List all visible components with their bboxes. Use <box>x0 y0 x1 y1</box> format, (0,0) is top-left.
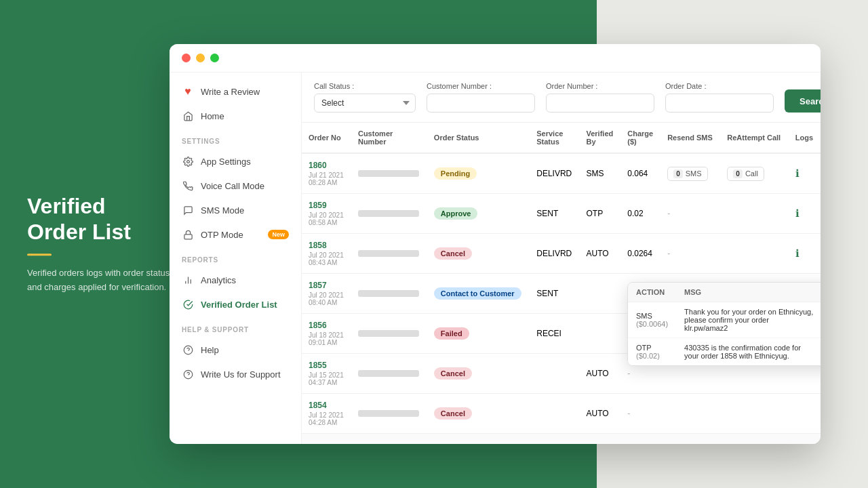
sidebar-item-analytics[interactable]: Analytics <box>170 268 301 292</box>
search-button[interactable]: Search <box>785 89 821 113</box>
cell-service-status: DELIVRD <box>530 234 579 274</box>
cell-service-status: RECEI <box>530 314 579 354</box>
orders-table: Order No CustomerNumber Order Status Ser… <box>302 123 821 434</box>
title-bar <box>170 44 821 73</box>
cell-customer-number <box>351 314 427 354</box>
reattempt-call-count: 0 <box>733 169 743 178</box>
cell-resend-sms <box>660 394 720 434</box>
cell-logs: ℹ <box>789 234 821 274</box>
table-row: 1860 Jul 21 202108:28 AM Pending DELIVRD… <box>302 153 821 194</box>
status-badge: Approve <box>434 207 478 220</box>
maximize-dot[interactable] <box>210 54 219 62</box>
order-number-link[interactable]: 1858 <box>309 241 344 250</box>
sidebar-label-sms-mode: SMS Mode <box>201 205 244 216</box>
order-number-link[interactable]: 1855 <box>309 361 344 370</box>
check-circle-icon <box>182 298 194 310</box>
order-number-link[interactable]: 1854 <box>309 401 344 410</box>
otp-icon <box>182 228 194 241</box>
cell-order-no: 1859 Jul 20 202108:58 AM <box>302 194 351 234</box>
cell-order-status: Cancel <box>427 354 530 394</box>
info-icon[interactable]: ℹ <box>795 207 800 219</box>
sidebar-item-verified-order-list[interactable]: Verified Order List <box>170 292 301 317</box>
customer-number-input[interactable] <box>427 94 535 113</box>
status-badge: Cancel <box>434 407 472 420</box>
gear-icon <box>182 155 194 167</box>
tooltip-row: OTP($0.02) 430335 is the confirmation co… <box>628 338 821 366</box>
cell-service-status: DELIVRD <box>530 153 579 194</box>
sidebar-label-app-settings: App Settings <box>201 157 251 167</box>
sidebar-item-help[interactable]: Help <box>170 338 301 362</box>
col-charge: Charge($) <box>620 123 660 153</box>
svg-point-0 <box>186 160 189 163</box>
phone-icon <box>182 180 194 192</box>
cell-customer-number <box>351 194 427 234</box>
cell-reattempt-call <box>720 234 789 274</box>
cell-service-status: SENT <box>530 274 579 314</box>
blurred-number <box>358 370 419 377</box>
table-row: 1854 Jul 12 202104:28 AM Cancel AUTO - <box>302 394 821 434</box>
sidebar-label-help: Help <box>201 345 219 355</box>
order-number-link[interactable]: 1860 <box>309 161 344 170</box>
order-number-link[interactable]: 1856 <box>309 321 344 330</box>
sidebar-item-write-support[interactable]: Write Us for Support <box>170 362 301 386</box>
order-number-input[interactable] <box>546 94 654 113</box>
cell-order-no: 1856 Jul 18 202109:01 AM <box>302 314 351 354</box>
sidebar-item-app-settings[interactable]: App Settings <box>170 149 301 174</box>
resend-sms-button[interactable]: 0 SMS <box>667 167 707 181</box>
sidebar-label-write-support: Write Us for Support <box>201 369 281 380</box>
action-tooltip-popup: ACTION MSG STATUS SMS($0.0064) Thank you… <box>627 282 821 366</box>
main-content: Call Status : Select Customer Number : O… <box>302 73 821 444</box>
cell-logs: ℹ <box>789 153 821 194</box>
page-title: Verified Order List <box>27 193 176 245</box>
cell-order-no: 1858 Jul 20 202108:43 AM <box>302 234 351 274</box>
sidebar-label-home: Home <box>201 111 224 121</box>
tooltip-row: SMS($0.0064) Thank you for your order on… <box>628 302 821 338</box>
sidebar-section-help: HELP & SUPPORT <box>170 317 301 338</box>
filter-group-call-status: Call Status : Select <box>314 82 416 113</box>
sidebar-item-otp-mode[interactable]: OTP Mode New <box>170 222 301 247</box>
app-body: ♥ Write a Review Home SETTINGS App Setti… <box>170 73 821 444</box>
status-badge: Contact to Customer <box>434 287 521 300</box>
cell-order-no: 1855 Jul 15 202104:37 AM <box>302 354 351 394</box>
filter-group-order-number: Order Number : <box>546 82 654 113</box>
cell-order-status: Approve <box>427 194 530 234</box>
cell-order-status: Cancel <box>427 234 530 274</box>
cell-customer-number <box>351 274 427 314</box>
heart-icon: ♥ <box>182 85 194 98</box>
call-status-select[interactable]: Select <box>314 94 416 113</box>
sidebar-item-sms-mode[interactable]: SMS Mode <box>170 198 301 222</box>
order-date-value: Jul 18 202109:01 AM <box>309 331 344 346</box>
blurred-number <box>358 410 419 417</box>
order-date-value: Jul 20 202108:43 AM <box>309 251 344 266</box>
cell-charge: 0.064 <box>620 153 660 194</box>
reattempt-call-button[interactable]: 0 Call <box>727 167 764 181</box>
order-date-input[interactable] <box>665 94 774 113</box>
blurred-number <box>358 290 419 297</box>
cell-order-status: Pending <box>427 153 530 194</box>
order-date-value: Jul 20 202108:40 AM <box>309 291 344 306</box>
col-reattempt-call: ReAttempt Call <box>720 123 789 153</box>
sidebar-label-write-review: Write a Review <box>201 87 260 97</box>
svg-rect-1 <box>184 234 191 239</box>
info-icon[interactable]: ℹ <box>795 167 800 179</box>
cell-logs: ℹ <box>789 194 821 234</box>
order-date-label: Order Date : <box>665 82 774 90</box>
blurred-number <box>358 210 419 217</box>
sidebar-item-write-review[interactable]: ♥ Write a Review <box>170 79 301 104</box>
cell-order-status: Contact to Customer <box>427 274 530 314</box>
sidebar-label-analytics: Analytics <box>201 275 236 285</box>
order-number-link[interactable]: 1857 <box>309 281 344 290</box>
sidebar-item-home[interactable]: Home <box>170 104 301 128</box>
order-number-link[interactable]: 1859 <box>309 201 344 210</box>
filter-group-order-date: Order Date : <box>665 82 774 113</box>
table-header-row: Order No CustomerNumber Order Status Ser… <box>302 123 821 153</box>
sidebar-item-voice-call-mode[interactable]: Voice Call Mode <box>170 174 301 198</box>
cell-resend-sms: - <box>660 234 720 274</box>
info-icon[interactable]: ℹ <box>795 247 800 259</box>
cell-order-no: 1857 Jul 20 202108:40 AM <box>302 274 351 314</box>
cell-resend-sms: 0 SMS <box>660 153 720 194</box>
cell-logs <box>789 394 821 434</box>
close-dot[interactable] <box>182 54 191 62</box>
minimize-dot[interactable] <box>196 54 205 62</box>
filter-bar: Call Status : Select Customer Number : O… <box>302 73 821 123</box>
